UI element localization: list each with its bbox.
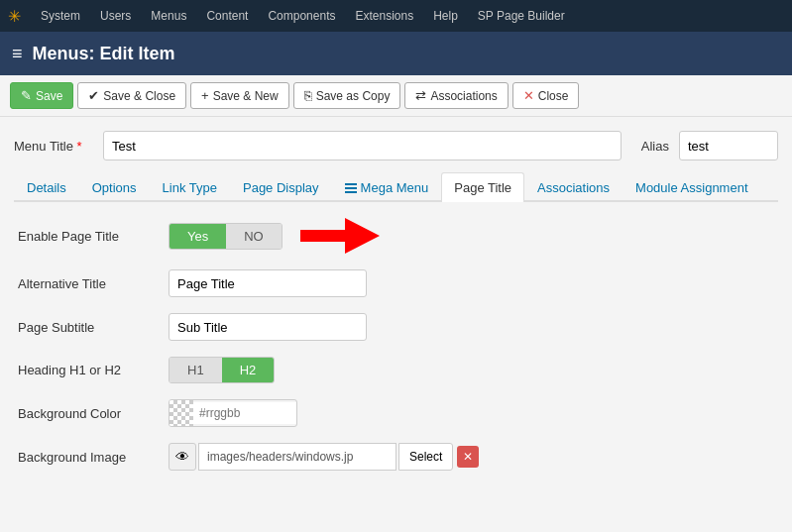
alternative-title-control [169, 269, 367, 297]
tab-module-assignment[interactable]: Module Assignment [622, 172, 760, 202]
toolbar: ✎ Save ✔ Save & Close + Save & New ⎘ Sav… [0, 75, 792, 117]
alternative-title-input[interactable] [169, 269, 367, 297]
menu-title-row: Menu Title * Alias [14, 131, 778, 160]
save-button[interactable]: ✎ Save [10, 82, 73, 109]
background-image-control: 👁 Select ✕ [169, 443, 479, 471]
yes-toggle[interactable]: Yes [170, 224, 226, 249]
nav-content[interactable]: Content [198, 5, 256, 27]
alias-label: Alias [641, 139, 669, 154]
alternative-title-label: Alternative Title [18, 276, 157, 291]
color-input-wrapper[interactable] [169, 399, 297, 427]
enable-page-title-label: Enable Page Title [18, 229, 157, 244]
tab-page-display[interactable]: Page Display [230, 172, 332, 202]
check-icon: ✔ [88, 88, 99, 103]
save-copy-label: Save as Copy [316, 89, 391, 103]
tab-details[interactable]: Details [14, 172, 79, 202]
tab-mega-menu-label: Mega Menu [361, 180, 429, 195]
associations-button[interactable]: ⇄ Associations [404, 82, 508, 109]
tab-mega-menu[interactable]: Mega Menu [332, 172, 442, 202]
times-icon: ✕ [463, 450, 473, 464]
save-close-label: Save & Close [103, 89, 175, 103]
joomla-logo: ✳ [8, 7, 21, 26]
enable-page-title-row: Enable Page Title Yes NO [18, 218, 774, 254]
tab-page-title[interactable]: Page Title [441, 172, 524, 202]
fields-section: Enable Page Title Yes NO Alternative Tit… [14, 218, 778, 471]
save-label: Save [36, 89, 62, 103]
required-indicator: * [77, 139, 82, 154]
background-color-control [169, 399, 297, 427]
svg-marker-0 [300, 218, 380, 254]
save-close-button[interactable]: ✔ Save & Close [77, 82, 186, 109]
copy-icon: ⎘ [304, 88, 312, 103]
top-navigation: ✳ System Users Menus Content Components … [0, 0, 792, 32]
close-icon: ✕ [523, 88, 534, 103]
mega-menu-icon [345, 183, 357, 193]
save-new-button[interactable]: + Save & New [190, 82, 289, 109]
heading-toggle: H1 H2 [169, 357, 275, 383]
nav-extensions[interactable]: Extensions [347, 5, 421, 27]
save-new-label: Save & New [213, 89, 279, 103]
heading-row: Heading H1 or H2 H1 H2 [18, 357, 774, 383]
no-toggle[interactable]: NO [226, 224, 282, 249]
nav-users[interactable]: Users [92, 5, 139, 27]
page-subtitle-label: Page Subtitle [18, 320, 157, 335]
background-color-row: Background Color [18, 399, 774, 427]
link-icon: ⇄ [415, 88, 426, 103]
page-header: ≡ Menus: Edit Item [0, 32, 792, 75]
image-clear-button[interactable]: ✕ [457, 446, 479, 468]
nav-sp-page-builder[interactable]: SP Page Builder [470, 5, 573, 27]
h2-toggle[interactable]: H2 [222, 358, 275, 382]
page-subtitle-input[interactable] [169, 313, 367, 341]
save-icon: ✎ [21, 88, 32, 103]
image-path-input[interactable] [198, 443, 396, 471]
nav-components[interactable]: Components [260, 5, 343, 27]
save-copy-button[interactable]: ⎘ Save as Copy [293, 82, 401, 109]
image-preview-button[interactable]: 👁 [169, 443, 196, 471]
heading-control: H1 H2 [169, 357, 275, 383]
arrow-indicator [300, 218, 380, 254]
heading-label: Heading H1 or H2 [18, 363, 157, 377]
plus-icon: + [201, 88, 209, 103]
content-area: Menu Title * Alias Details Options Link … [0, 117, 792, 471]
close-label: Close [538, 89, 569, 103]
tab-associations[interactable]: Associations [524, 172, 622, 202]
close-button[interactable]: ✕ Close [512, 82, 580, 109]
page-subtitle-row: Page Subtitle [18, 313, 774, 341]
nav-help[interactable]: Help [425, 5, 466, 27]
tabs-container: Details Options Link Type Page Display M… [14, 172, 778, 202]
tab-link-type[interactable]: Link Type [150, 172, 230, 202]
nav-system[interactable]: System [33, 5, 88, 27]
tab-options[interactable]: Options [79, 172, 150, 202]
page-title: Menus: Edit Item [33, 44, 175, 64]
alternative-title-row: Alternative Title [18, 269, 774, 297]
menu-title-input[interactable] [103, 131, 622, 160]
h1-toggle[interactable]: H1 [170, 358, 222, 382]
menu-title-label: Menu Title * [14, 139, 93, 154]
enable-page-title-toggle: Yes NO [169, 223, 283, 250]
nav-menus[interactable]: Menus [143, 5, 194, 27]
page-subtitle-control [169, 313, 367, 341]
background-image-label: Background Image [18, 450, 157, 465]
color-text-input[interactable] [193, 402, 296, 424]
alias-input[interactable] [679, 131, 778, 160]
image-input-wrapper: 👁 Select ✕ [169, 443, 479, 471]
associations-label: Associations [430, 89, 497, 103]
enable-page-title-control: Yes NO [169, 218, 380, 254]
eye-icon: 👁 [175, 449, 189, 465]
menu-icon: ≡ [12, 44, 23, 64]
background-color-label: Background Color [18, 406, 157, 421]
color-checker [170, 400, 193, 426]
background-image-row: Background Image 👁 Select ✕ [18, 443, 774, 471]
image-select-button[interactable]: Select [398, 443, 453, 471]
